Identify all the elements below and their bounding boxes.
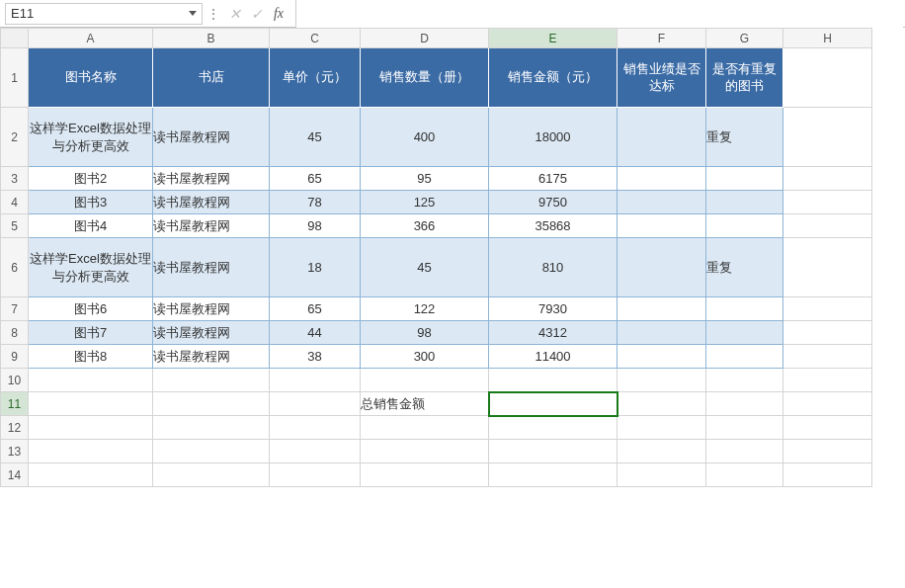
cell[interactable] xyxy=(617,392,706,416)
table-cell[interactable] xyxy=(706,345,783,369)
table-cell[interactable] xyxy=(617,238,706,297)
table-cell[interactable]: 45 xyxy=(270,108,361,167)
table-cell[interactable]: 图书3 xyxy=(29,191,153,214)
table-header-cell[interactable]: 图书名称 xyxy=(29,48,153,108)
confirm-icon[interactable]: ✓ xyxy=(246,3,268,25)
row-header-10[interactable]: 10 xyxy=(1,369,29,392)
table-cell[interactable] xyxy=(617,345,706,369)
cell[interactable] xyxy=(783,167,872,191)
cell[interactable] xyxy=(783,392,872,416)
table-header-cell[interactable]: 单价（元） xyxy=(270,48,361,108)
table-cell[interactable]: 122 xyxy=(361,297,489,321)
cell[interactable] xyxy=(706,392,783,416)
table-cell[interactable]: 18 xyxy=(270,238,361,297)
table-cell[interactable]: 300 xyxy=(361,345,489,369)
table-cell[interactable] xyxy=(706,321,783,345)
table-header-cell[interactable]: 是否有重复的图书 xyxy=(706,48,783,108)
cell[interactable] xyxy=(153,463,270,487)
table-cell[interactable]: 4312 xyxy=(489,321,617,345)
cell[interactable] xyxy=(489,463,617,487)
table-cell[interactable]: 图书8 xyxy=(29,345,153,369)
cell[interactable]: 总销售金额 xyxy=(361,392,489,416)
cell[interactable] xyxy=(783,297,872,321)
cell[interactable] xyxy=(783,108,872,167)
spreadsheet-grid[interactable]: ABCDEFGH1图书名称书店单价（元）销售数量（册）销售金额（元）销售业绩是否… xyxy=(0,28,905,487)
cell[interactable] xyxy=(783,463,872,487)
table-cell[interactable]: 图书6 xyxy=(29,297,153,321)
row-header-11[interactable]: 11 xyxy=(1,392,29,416)
row-header-2[interactable]: 2 xyxy=(1,108,29,167)
row-header-12[interactable]: 12 xyxy=(1,416,29,440)
cell[interactable] xyxy=(489,369,617,392)
cell[interactable] xyxy=(29,440,153,463)
cell[interactable] xyxy=(29,392,153,416)
table-cell[interactable]: 6175 xyxy=(489,167,617,191)
table-cell[interactable]: 78 xyxy=(270,191,361,214)
cell[interactable] xyxy=(270,416,361,440)
cell[interactable] xyxy=(783,440,872,463)
row-header-8[interactable]: 8 xyxy=(1,321,29,345)
table-cell[interactable]: 重复 xyxy=(706,108,783,167)
column-header-A[interactable]: A xyxy=(29,29,153,48)
cell[interactable] xyxy=(706,463,783,487)
table-header-cell[interactable]: 销售数量（册） xyxy=(361,48,489,108)
table-cell[interactable]: 366 xyxy=(361,214,489,238)
cell[interactable] xyxy=(29,416,153,440)
cell[interactable] xyxy=(783,369,872,392)
cell[interactable] xyxy=(153,440,270,463)
cell[interactable] xyxy=(783,191,872,214)
table-cell[interactable]: 读书屋教程网 xyxy=(153,297,270,321)
cell[interactable] xyxy=(706,416,783,440)
table-cell[interactable]: 35868 xyxy=(489,214,617,238)
table-cell[interactable]: 810 xyxy=(489,238,617,297)
select-all-corner[interactable] xyxy=(1,29,29,48)
cell[interactable] xyxy=(489,416,617,440)
row-header-7[interactable]: 7 xyxy=(1,297,29,321)
column-header-C[interactable]: C xyxy=(270,29,361,48)
row-header-13[interactable]: 13 xyxy=(1,440,29,463)
table-cell[interactable]: 400 xyxy=(361,108,489,167)
row-header-4[interactable]: 4 xyxy=(1,191,29,214)
table-cell[interactable]: 98 xyxy=(361,321,489,345)
cell[interactable] xyxy=(153,392,270,416)
cell[interactable] xyxy=(489,440,617,463)
table-cell[interactable]: 65 xyxy=(270,167,361,191)
table-cell[interactable]: 7930 xyxy=(489,297,617,321)
cell[interactable] xyxy=(783,214,872,238)
table-cell[interactable] xyxy=(617,321,706,345)
table-cell[interactable]: 38 xyxy=(270,345,361,369)
table-cell[interactable]: 125 xyxy=(361,191,489,214)
cell[interactable] xyxy=(270,369,361,392)
cell[interactable] xyxy=(617,369,706,392)
table-cell[interactable]: 45 xyxy=(361,238,489,297)
cell[interactable] xyxy=(361,440,489,463)
table-cell[interactable]: 读书屋教程网 xyxy=(153,167,270,191)
table-cell[interactable] xyxy=(706,297,783,321)
table-cell[interactable]: 读书屋教程网 xyxy=(153,321,270,345)
row-header-5[interactable]: 5 xyxy=(1,214,29,238)
row-header-9[interactable]: 9 xyxy=(1,345,29,369)
cell[interactable] xyxy=(361,416,489,440)
table-header-cell[interactable]: 销售金额（元） xyxy=(489,48,617,108)
cell[interactable] xyxy=(783,345,872,369)
table-cell[interactable]: 44 xyxy=(270,321,361,345)
table-cell[interactable] xyxy=(706,214,783,238)
table-cell[interactable]: 读书屋教程网 xyxy=(153,191,270,214)
cell[interactable] xyxy=(617,416,706,440)
table-cell[interactable] xyxy=(617,191,706,214)
table-cell[interactable]: 读书屋教程网 xyxy=(153,345,270,369)
table-cell[interactable] xyxy=(706,191,783,214)
table-cell[interactable]: 65 xyxy=(270,297,361,321)
table-cell[interactable] xyxy=(617,108,706,167)
fx-icon[interactable]: fx xyxy=(268,3,289,25)
table-cell[interactable]: 读书屋教程网 xyxy=(153,214,270,238)
cell[interactable] xyxy=(783,321,872,345)
cell[interactable] xyxy=(361,463,489,487)
column-header-E[interactable]: E xyxy=(489,29,617,48)
table-cell[interactable]: 读书屋教程网 xyxy=(153,238,270,297)
row-header-3[interactable]: 3 xyxy=(1,167,29,191)
table-cell[interactable] xyxy=(617,167,706,191)
table-header-cell[interactable]: 销售业绩是否达标 xyxy=(617,48,706,108)
cell[interactable] xyxy=(706,440,783,463)
table-cell[interactable]: 18000 xyxy=(489,108,617,167)
